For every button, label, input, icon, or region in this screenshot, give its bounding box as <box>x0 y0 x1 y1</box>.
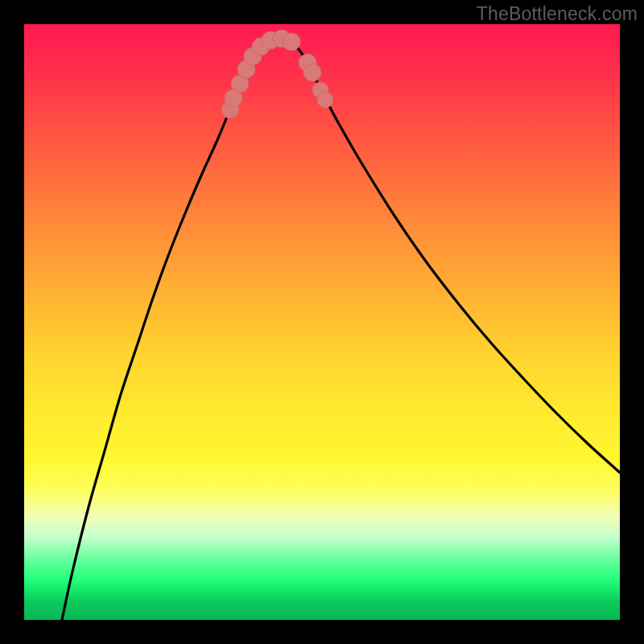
data-marker <box>303 64 321 81</box>
watermark-text: TheBottleneck.com <box>477 3 638 25</box>
bottleneck-curve <box>62 39 620 620</box>
chart-svg <box>24 24 620 620</box>
data-markers <box>221 30 333 118</box>
data-marker <box>283 33 300 51</box>
data-marker <box>317 92 333 108</box>
chart-frame: TheBottleneck.com <box>0 0 644 644</box>
